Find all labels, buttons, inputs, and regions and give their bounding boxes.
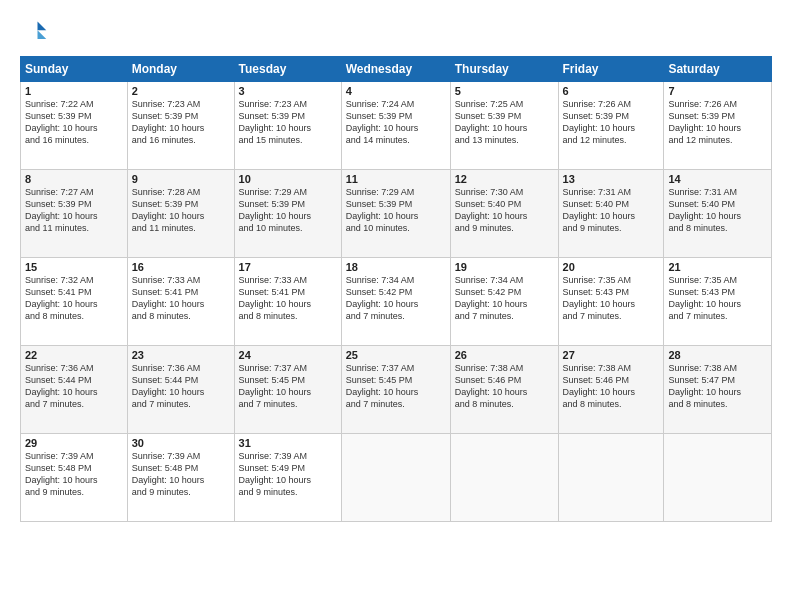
day-cell: 30Sunrise: 7:39 AM Sunset: 5:48 PM Dayli… [127, 434, 234, 522]
day-number: 18 [346, 261, 446, 273]
weekday-sunday: Sunday [21, 57, 128, 82]
day-cell: 2Sunrise: 7:23 AM Sunset: 5:39 PM Daylig… [127, 82, 234, 170]
weekday-header-row: SundayMondayTuesdayWednesdayThursdayFrid… [21, 57, 772, 82]
svg-marker-1 [38, 30, 47, 39]
day-number: 14 [668, 173, 767, 185]
day-info: Sunrise: 7:36 AM Sunset: 5:44 PM Dayligh… [132, 362, 230, 411]
day-number: 21 [668, 261, 767, 273]
day-info: Sunrise: 7:29 AM Sunset: 5:39 PM Dayligh… [346, 186, 446, 235]
day-info: Sunrise: 7:28 AM Sunset: 5:39 PM Dayligh… [132, 186, 230, 235]
day-cell [341, 434, 450, 522]
day-info: Sunrise: 7:33 AM Sunset: 5:41 PM Dayligh… [132, 274, 230, 323]
day-number: 15 [25, 261, 123, 273]
day-number: 13 [563, 173, 660, 185]
day-info: Sunrise: 7:30 AM Sunset: 5:40 PM Dayligh… [455, 186, 554, 235]
day-number: 22 [25, 349, 123, 361]
day-number: 12 [455, 173, 554, 185]
day-number: 10 [239, 173, 337, 185]
day-cell: 11Sunrise: 7:29 AM Sunset: 5:39 PM Dayli… [341, 170, 450, 258]
weekday-friday: Friday [558, 57, 664, 82]
day-number: 7 [668, 85, 767, 97]
day-cell [664, 434, 772, 522]
weekday-wednesday: Wednesday [341, 57, 450, 82]
week-row-4: 22Sunrise: 7:36 AM Sunset: 5:44 PM Dayli… [21, 346, 772, 434]
day-info: Sunrise: 7:27 AM Sunset: 5:39 PM Dayligh… [25, 186, 123, 235]
day-cell: 17Sunrise: 7:33 AM Sunset: 5:41 PM Dayli… [234, 258, 341, 346]
day-info: Sunrise: 7:32 AM Sunset: 5:41 PM Dayligh… [25, 274, 123, 323]
day-number: 6 [563, 85, 660, 97]
day-cell [450, 434, 558, 522]
day-info: Sunrise: 7:31 AM Sunset: 5:40 PM Dayligh… [668, 186, 767, 235]
day-number: 29 [25, 437, 123, 449]
day-info: Sunrise: 7:37 AM Sunset: 5:45 PM Dayligh… [346, 362, 446, 411]
day-info: Sunrise: 7:38 AM Sunset: 5:46 PM Dayligh… [455, 362, 554, 411]
day-cell: 16Sunrise: 7:33 AM Sunset: 5:41 PM Dayli… [127, 258, 234, 346]
day-info: Sunrise: 7:25 AM Sunset: 5:39 PM Dayligh… [455, 98, 554, 147]
day-cell: 12Sunrise: 7:30 AM Sunset: 5:40 PM Dayli… [450, 170, 558, 258]
page: SundayMondayTuesdayWednesdayThursdayFrid… [0, 0, 792, 612]
logo-icon [20, 18, 48, 46]
week-row-1: 1Sunrise: 7:22 AM Sunset: 5:39 PM Daylig… [21, 82, 772, 170]
day-info: Sunrise: 7:38 AM Sunset: 5:47 PM Dayligh… [668, 362, 767, 411]
day-info: Sunrise: 7:39 AM Sunset: 5:48 PM Dayligh… [132, 450, 230, 499]
day-info: Sunrise: 7:39 AM Sunset: 5:48 PM Dayligh… [25, 450, 123, 499]
weekday-tuesday: Tuesday [234, 57, 341, 82]
day-number: 19 [455, 261, 554, 273]
day-info: Sunrise: 7:33 AM Sunset: 5:41 PM Dayligh… [239, 274, 337, 323]
day-info: Sunrise: 7:35 AM Sunset: 5:43 PM Dayligh… [668, 274, 767, 323]
day-number: 4 [346, 85, 446, 97]
day-cell: 4Sunrise: 7:24 AM Sunset: 5:39 PM Daylig… [341, 82, 450, 170]
day-number: 9 [132, 173, 230, 185]
day-info: Sunrise: 7:35 AM Sunset: 5:43 PM Dayligh… [563, 274, 660, 323]
calendar: SundayMondayTuesdayWednesdayThursdayFrid… [20, 56, 772, 522]
day-cell: 29Sunrise: 7:39 AM Sunset: 5:48 PM Dayli… [21, 434, 128, 522]
day-cell [558, 434, 664, 522]
day-cell: 21Sunrise: 7:35 AM Sunset: 5:43 PM Dayli… [664, 258, 772, 346]
day-cell: 9Sunrise: 7:28 AM Sunset: 5:39 PM Daylig… [127, 170, 234, 258]
day-cell: 1Sunrise: 7:22 AM Sunset: 5:39 PM Daylig… [21, 82, 128, 170]
day-info: Sunrise: 7:36 AM Sunset: 5:44 PM Dayligh… [25, 362, 123, 411]
day-number: 31 [239, 437, 337, 449]
weekday-saturday: Saturday [664, 57, 772, 82]
day-cell: 6Sunrise: 7:26 AM Sunset: 5:39 PM Daylig… [558, 82, 664, 170]
day-cell: 31Sunrise: 7:39 AM Sunset: 5:49 PM Dayli… [234, 434, 341, 522]
day-cell: 13Sunrise: 7:31 AM Sunset: 5:40 PM Dayli… [558, 170, 664, 258]
week-row-3: 15Sunrise: 7:32 AM Sunset: 5:41 PM Dayli… [21, 258, 772, 346]
day-cell: 5Sunrise: 7:25 AM Sunset: 5:39 PM Daylig… [450, 82, 558, 170]
day-number: 20 [563, 261, 660, 273]
day-cell: 24Sunrise: 7:37 AM Sunset: 5:45 PM Dayli… [234, 346, 341, 434]
week-row-5: 29Sunrise: 7:39 AM Sunset: 5:48 PM Dayli… [21, 434, 772, 522]
day-cell: 26Sunrise: 7:38 AM Sunset: 5:46 PM Dayli… [450, 346, 558, 434]
day-number: 28 [668, 349, 767, 361]
day-cell: 8Sunrise: 7:27 AM Sunset: 5:39 PM Daylig… [21, 170, 128, 258]
day-cell: 19Sunrise: 7:34 AM Sunset: 5:42 PM Dayli… [450, 258, 558, 346]
day-number: 2 [132, 85, 230, 97]
day-cell: 7Sunrise: 7:26 AM Sunset: 5:39 PM Daylig… [664, 82, 772, 170]
header [20, 18, 772, 46]
day-info: Sunrise: 7:34 AM Sunset: 5:42 PM Dayligh… [455, 274, 554, 323]
day-cell: 3Sunrise: 7:23 AM Sunset: 5:39 PM Daylig… [234, 82, 341, 170]
day-cell: 25Sunrise: 7:37 AM Sunset: 5:45 PM Dayli… [341, 346, 450, 434]
day-number: 25 [346, 349, 446, 361]
day-info: Sunrise: 7:39 AM Sunset: 5:49 PM Dayligh… [239, 450, 337, 499]
day-number: 1 [25, 85, 123, 97]
day-info: Sunrise: 7:38 AM Sunset: 5:46 PM Dayligh… [563, 362, 660, 411]
week-row-2: 8Sunrise: 7:27 AM Sunset: 5:39 PM Daylig… [21, 170, 772, 258]
day-number: 17 [239, 261, 337, 273]
day-number: 11 [346, 173, 446, 185]
weekday-thursday: Thursday [450, 57, 558, 82]
day-info: Sunrise: 7:31 AM Sunset: 5:40 PM Dayligh… [563, 186, 660, 235]
day-number: 24 [239, 349, 337, 361]
day-info: Sunrise: 7:23 AM Sunset: 5:39 PM Dayligh… [132, 98, 230, 147]
day-number: 8 [25, 173, 123, 185]
day-number: 5 [455, 85, 554, 97]
day-number: 3 [239, 85, 337, 97]
day-cell: 23Sunrise: 7:36 AM Sunset: 5:44 PM Dayli… [127, 346, 234, 434]
day-cell: 22Sunrise: 7:36 AM Sunset: 5:44 PM Dayli… [21, 346, 128, 434]
day-number: 26 [455, 349, 554, 361]
svg-marker-0 [38, 22, 47, 31]
day-cell: 15Sunrise: 7:32 AM Sunset: 5:41 PM Dayli… [21, 258, 128, 346]
day-info: Sunrise: 7:29 AM Sunset: 5:39 PM Dayligh… [239, 186, 337, 235]
day-info: Sunrise: 7:26 AM Sunset: 5:39 PM Dayligh… [563, 98, 660, 147]
day-number: 30 [132, 437, 230, 449]
